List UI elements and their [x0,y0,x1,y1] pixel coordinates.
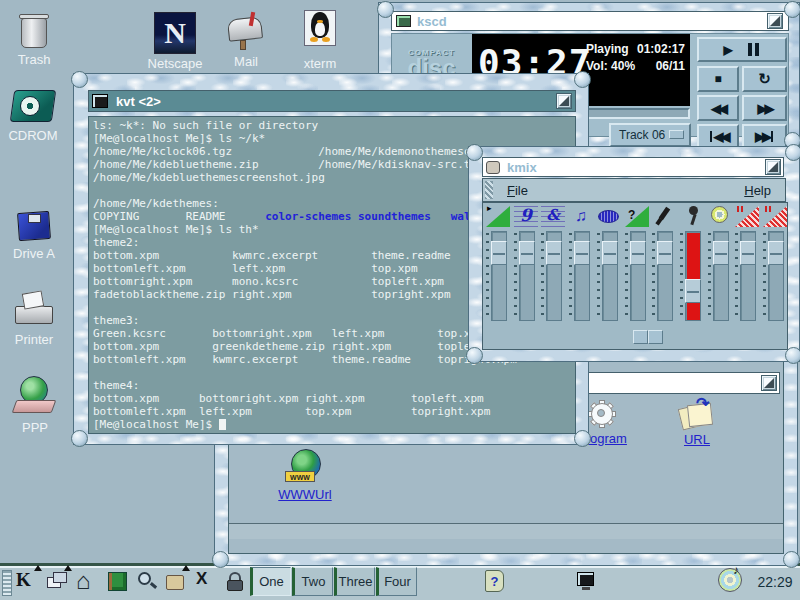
desktop-icon-mail[interactable]: Mail [222,10,270,69]
desktop-icon-drivea[interactable]: Drive A [8,208,60,261]
terminal-cursor [219,419,226,430]
desktop-item-label: WWWUrl [260,487,350,502]
kvt-maximize-button[interactable] [556,93,572,109]
desktop-icon-xterm[interactable]: xterm [294,8,346,71]
desktop-button-label: One [259,574,284,589]
kscd-titlebar[interactable]: kscd [391,11,789,31]
window-corner-knob [783,551,800,568]
kvt-titlebar[interactable]: kvt <2> [88,90,576,112]
window-corner-knob [784,1,800,18]
balance-mini-slider[interactable] [633,330,648,344]
cdrom-icon [10,86,56,126]
help-button[interactable]: ? [484,568,508,594]
url-icon: ↷ [678,398,716,432]
menubar-handle[interactable] [485,181,493,199]
k-menu-button[interactable]: K [16,569,40,595]
rewind-icon: ◀◀ [711,101,725,116]
background-window-maximize-button[interactable] [761,375,777,391]
ppp-icon [12,376,58,418]
volume-slider-handle[interactable] [491,241,507,265]
background-window-titlebar[interactable] [574,372,780,394]
track-select-combo[interactable]: Track 06 [609,123,691,147]
desktop-button-three[interactable]: Three [334,567,375,596]
desktop-button-four[interactable]: Four [376,567,417,596]
floppy-icon [16,208,52,244]
desktop-icon-label: Mail [222,54,270,69]
desktop-icon-trash[interactable]: Trash [8,12,60,67]
terminal-icon [577,572,594,586]
cd-channel-icon[interactable] [708,205,732,226]
background-window-statusbar [229,523,783,539]
desktop-button-two[interactable]: Two [292,567,333,596]
lcd-total-time: 01:02:17 [637,41,685,58]
program-gear-icon [584,397,620,431]
balance-mini-slider2[interactable] [648,330,663,344]
kmix-titlebar[interactable]: kmix [482,157,784,177]
microphone-slider[interactable] [685,231,701,321]
desktop-icon-label: Netscape [144,56,206,71]
track-combo-label: Track 06 [619,128,665,142]
kmix-window-icon [486,161,500,174]
lcd-status: Playing [586,41,635,58]
kmix-window[interactable]: kmix File Help [data-name="menu-file"]::… [468,146,800,362]
window-corner-knob [466,144,483,161]
kscd-taskbar-button[interactable]: ♪ [718,567,742,593]
desktop-icon-cdrom[interactable]: CDROM [4,86,62,143]
kvt-taskbar-button[interactable] [576,570,600,596]
desktop-icon-printer[interactable]: Printer [6,292,62,347]
desktop-button-one[interactable]: One [250,567,291,596]
menu-help[interactable]: Help [744,183,771,198]
desktop-item-url[interactable]: ↷ URL [655,398,739,447]
kscd-title: kscd [417,14,447,29]
pause-icon [748,43,752,56]
desktop-icon-label: CDROM [4,128,62,143]
application-starter-button[interactable] [106,569,130,595]
unknown-channel-icon[interactable]: ? [625,206,649,227]
find-files-button[interactable] [136,569,160,595]
combo-drop-button[interactable] [669,130,684,139]
slider-ticks [486,233,489,317]
line-channel-icon[interactable] [652,206,676,227]
rec-left-channel-icon[interactable] [735,206,759,227]
stop-icon: ■ [714,72,721,86]
pcm-channel-icon[interactable] [597,208,621,229]
bass-channel-icon[interactable]: 9 [514,206,538,227]
volume-channel-icon[interactable]: ▸ [486,206,510,227]
forward-button[interactable]: ▶▶ [742,95,787,121]
desktop-item-wwwurl[interactable]: WWW WWWUrl [260,449,350,502]
rewind-button[interactable]: ◀◀ [697,95,739,121]
desktop-icon-netscape[interactable]: N Netscape [144,12,206,71]
desktop-icon-label: xterm [294,56,346,71]
loop-button[interactable]: ↻ [742,66,787,92]
window-corner-knob [212,551,229,568]
printer-icon [11,292,57,330]
lcd-volume: Vol: 40% [586,58,635,75]
lock-screen-button[interactable] [226,570,250,596]
kmix-mixer-body: ▸ 9 & ♫ ? [482,202,788,350]
rec-right-channel-icon[interactable] [763,206,787,227]
templates-button[interactable] [164,569,188,595]
menu-file[interactable]: File [507,183,528,198]
panel-handle[interactable] [2,570,12,596]
microphone-slider-handle[interactable] [685,279,701,303]
desktop-item-label: URL [655,432,739,447]
play-pause-button[interactable]: ▶ [697,37,787,62]
xkill-button[interactable]: X [196,569,220,595]
forward-icon: ▶▶ [758,101,772,116]
treble-channel-icon[interactable]: & [541,206,565,227]
desktop-icon-label: PPP [10,420,60,435]
previous-icon: ◀◀ [714,129,728,144]
stop-button[interactable]: ■ [697,66,739,92]
kmix-maximize-button[interactable] [765,159,781,175]
kscd-maximize-button[interactable] [767,13,783,29]
desktop-icon-label: Printer [6,332,62,347]
next-icon: ▶▶ [755,129,769,144]
home-directory-button[interactable]: ⌂ [76,569,100,595]
microphone-channel-icon[interactable] [680,205,704,226]
loop-icon: ↻ [758,70,771,88]
netscape-icon: N [154,12,196,54]
window-corner-knob [466,347,483,364]
window-list-button[interactable] [46,569,70,595]
desktop-icon-ppp[interactable]: PPP [10,376,60,435]
synth-channel-icon[interactable]: ♫ [569,206,593,227]
